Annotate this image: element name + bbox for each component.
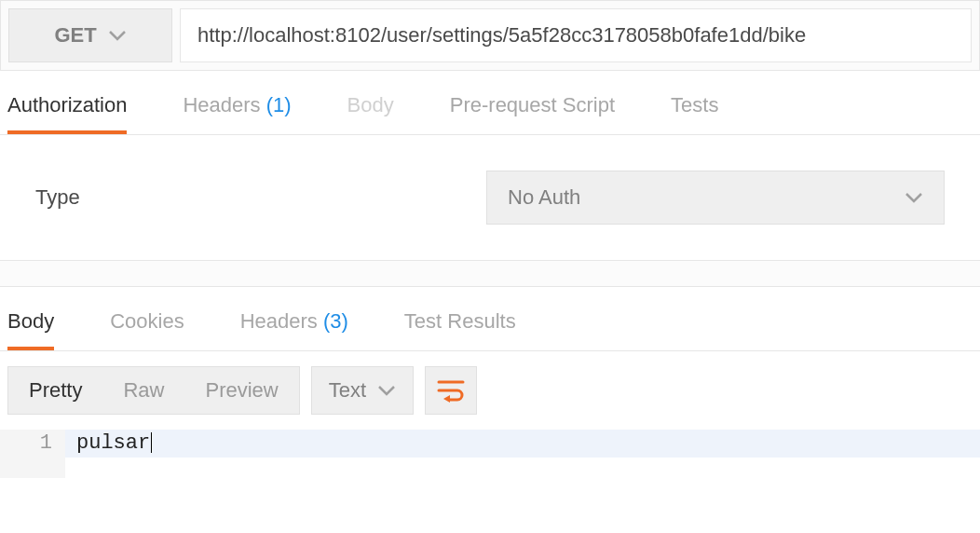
view-mode-group: Pretty Raw Preview: [7, 366, 300, 415]
code-line: 1 pulsar: [0, 430, 980, 458]
gutter-empty: [0, 458, 65, 478]
http-method-select[interactable]: GET: [8, 8, 172, 62]
auth-type-select[interactable]: No Auth: [486, 171, 945, 225]
chevron-down-icon: [905, 191, 923, 204]
svg-marker-1: [443, 395, 450, 403]
tab-headers-count: (1): [266, 93, 292, 116]
chevron-down-icon: [108, 29, 127, 42]
tab-authorization[interactable]: Authorization: [7, 75, 127, 134]
http-method-label: GET: [54, 23, 96, 48]
tab-response-headers[interactable]: Headers (3): [240, 291, 348, 350]
response-tabs: Body Cookies Headers (3) Test Results: [0, 287, 980, 351]
wrap-lines-icon: [437, 378, 465, 403]
tab-headers[interactable]: Headers (1): [183, 75, 291, 134]
authorization-panel: Type No Auth: [0, 135, 980, 261]
tab-response-cookies[interactable]: Cookies: [110, 291, 184, 350]
tab-pre-request-script[interactable]: Pre-request Script: [450, 75, 615, 134]
response-toolbar: Pretty Raw Preview Text: [0, 351, 980, 430]
line-number: 1: [0, 430, 65, 458]
request-tabs: Authorization Headers (1) Body Pre-reque…: [0, 71, 980, 135]
view-mode-preview[interactable]: Preview: [184, 367, 298, 414]
response-body-editor[interactable]: 1 pulsar: [0, 430, 980, 478]
tab-tests[interactable]: Tests: [671, 75, 718, 134]
tab-response-test-results[interactable]: Test Results: [404, 291, 516, 350]
code-content[interactable]: pulsar: [65, 430, 980, 458]
tab-response-headers-label: Headers: [240, 309, 318, 333]
view-mode-pretty[interactable]: Pretty: [8, 367, 102, 414]
auth-type-selected: No Auth: [508, 185, 580, 210]
tab-body[interactable]: Body: [347, 75, 394, 134]
tab-response-body[interactable]: Body: [7, 291, 54, 350]
wrap-lines-button[interactable]: [425, 366, 477, 415]
auth-type-label: Type: [35, 185, 486, 210]
tab-headers-label: Headers: [183, 93, 260, 116]
chevron-down-icon: [377, 384, 396, 397]
panel-divider: [0, 261, 980, 287]
request-url-input[interactable]: [180, 8, 972, 62]
response-format-label: Text: [329, 378, 366, 403]
tab-response-headers-count: (3): [323, 309, 348, 333]
view-mode-raw[interactable]: Raw: [102, 367, 184, 414]
response-format-select[interactable]: Text: [311, 366, 414, 415]
